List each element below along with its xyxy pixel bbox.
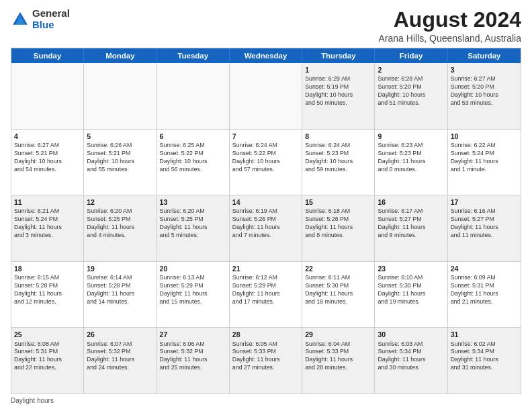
cell-info: Sunrise: 6:03 AMSunset: 5:34 PMDaylight:…: [378, 340, 444, 373]
day-number: 11: [14, 197, 81, 207]
day-number: 28: [232, 330, 299, 339]
cell-info: Sunrise: 6:28 AMSunset: 5:20 PMDaylight:…: [378, 75, 444, 107]
day-number: 24: [451, 264, 518, 273]
day-of-week-wednesday: Wednesday: [230, 48, 302, 63]
cell-info: Sunrise: 6:12 AMSunset: 5:29 PMDaylight:…: [232, 274, 299, 306]
day-number: 12: [87, 197, 153, 207]
day-number: 8: [305, 132, 371, 141]
calendar-cell-31: 31Sunrise: 6:02 AMSunset: 5:34 PMDayligh…: [448, 328, 521, 394]
calendar-cell-4: 4Sunrise: 6:27 AMSunset: 5:21 PMDaylight…: [11, 130, 84, 195]
cell-info: Sunrise: 6:27 AMSunset: 5:21 PMDaylight:…: [14, 142, 81, 174]
calendar-cell-13: 13Sunrise: 6:20 AMSunset: 5:25 PMDayligh…: [157, 195, 230, 261]
title-block: August 2024 Arana Hills, Queensland, Aus…: [379, 8, 521, 44]
cell-info: Sunrise: 6:02 AMSunset: 5:34 PMDaylight:…: [451, 340, 518, 373]
day-number: 3: [451, 65, 518, 75]
cell-info: Sunrise: 6:20 AMSunset: 5:25 PMDaylight:…: [87, 208, 153, 240]
day-number: 19: [87, 264, 153, 273]
calendar-cell-26: 26Sunrise: 6:07 AMSunset: 5:32 PMDayligh…: [84, 328, 157, 394]
cell-info: Sunrise: 6:08 AMSunset: 5:31 PMDaylight:…: [14, 340, 81, 373]
cell-info: Sunrise: 6:11 AMSunset: 5:30 PMDaylight:…: [305, 274, 371, 306]
cell-info: Sunrise: 6:10 AMSunset: 5:30 PMDaylight:…: [378, 274, 444, 306]
cell-info: Sunrise: 6:27 AMSunset: 5:20 PMDaylight:…: [451, 75, 518, 107]
day-number: 27: [160, 330, 226, 339]
cell-info: Sunrise: 6:23 AMSunset: 5:23 PMDaylight:…: [378, 142, 444, 174]
main-title: August 2024: [379, 8, 521, 32]
day-number: 7: [232, 132, 299, 141]
cell-info: Sunrise: 6:29 AMSunset: 5:19 PMDaylight:…: [305, 75, 371, 107]
calendar-cell-23: 23Sunrise: 6:10 AMSunset: 5:30 PMDayligh…: [375, 262, 447, 328]
calendar-cell-empty-3: [230, 63, 302, 129]
calendar-cell-20: 20Sunrise: 6:13 AMSunset: 5:29 PMDayligh…: [157, 262, 230, 328]
calendar-cell-22: 22Sunrise: 6:11 AMSunset: 5:30 PMDayligh…: [302, 262, 375, 328]
logo-blue: Blue: [32, 19, 54, 30]
calendar-cell-15: 15Sunrise: 6:18 AMSunset: 5:26 PMDayligh…: [302, 195, 375, 261]
calendar-cell-3: 3Sunrise: 6:27 AMSunset: 5:20 PMDaylight…: [448, 63, 521, 129]
day-number: 26: [87, 330, 153, 339]
day-of-week-thursday: Thursday: [302, 48, 375, 63]
calendar-cell-28: 28Sunrise: 6:05 AMSunset: 5:33 PMDayligh…: [230, 328, 302, 394]
cell-info: Sunrise: 6:21 AMSunset: 5:24 PMDaylight:…: [14, 208, 81, 240]
cell-info: Sunrise: 6:07 AMSunset: 5:32 PMDaylight:…: [87, 340, 153, 373]
cell-info: Sunrise: 6:19 AMSunset: 5:26 PMDaylight:…: [232, 208, 299, 240]
calendar-week-1: 4Sunrise: 6:27 AMSunset: 5:21 PMDaylight…: [11, 130, 521, 196]
calendar-cell-12: 12Sunrise: 6:20 AMSunset: 5:25 PMDayligh…: [84, 195, 157, 261]
calendar-week-4: 25Sunrise: 6:08 AMSunset: 5:31 PMDayligh…: [11, 328, 521, 394]
day-of-week-monday: Monday: [84, 48, 157, 63]
footer-note: Daylight hours: [11, 397, 521, 404]
cell-info: Sunrise: 6:24 AMSunset: 5:23 PMDaylight:…: [305, 142, 371, 174]
day-number: 10: [451, 132, 518, 141]
calendar-cell-14: 14Sunrise: 6:19 AMSunset: 5:26 PMDayligh…: [230, 195, 302, 261]
calendar-cell-30: 30Sunrise: 6:03 AMSunset: 5:34 PMDayligh…: [375, 328, 447, 394]
cell-info: Sunrise: 6:04 AMSunset: 5:33 PMDaylight:…: [305, 340, 371, 373]
day-number: 5: [87, 132, 153, 141]
day-number: 17: [451, 197, 518, 207]
day-number: 18: [14, 264, 81, 273]
calendar-cell-18: 18Sunrise: 6:15 AMSunset: 5:28 PMDayligh…: [11, 262, 84, 328]
day-of-week-tuesday: Tuesday: [157, 48, 230, 63]
calendar-week-3: 18Sunrise: 6:15 AMSunset: 5:28 PMDayligh…: [11, 262, 521, 328]
calendar-header: SundayMondayTuesdayWednesdayThursdayFrid…: [11, 48, 521, 63]
cell-info: Sunrise: 6:20 AMSunset: 5:25 PMDaylight:…: [160, 208, 226, 240]
calendar-body: 1Sunrise: 6:29 AMSunset: 5:19 PMDaylight…: [11, 63, 521, 394]
cell-info: Sunrise: 6:06 AMSunset: 5:32 PMDaylight:…: [160, 340, 226, 373]
logo-icon: [11, 10, 30, 29]
day-number: 22: [305, 264, 371, 273]
calendar: SundayMondayTuesdayWednesdayThursdayFrid…: [11, 48, 521, 394]
day-number: 9: [378, 132, 444, 141]
day-of-week-sunday: Sunday: [11, 48, 84, 63]
cell-info: Sunrise: 6:26 AMSunset: 5:21 PMDaylight:…: [87, 142, 153, 174]
calendar-cell-6: 6Sunrise: 6:25 AMSunset: 5:22 PMDaylight…: [157, 130, 230, 195]
day-of-week-friday: Friday: [375, 48, 447, 63]
calendar-cell-17: 17Sunrise: 6:16 AMSunset: 5:27 PMDayligh…: [448, 195, 521, 261]
calendar-cell-27: 27Sunrise: 6:06 AMSunset: 5:32 PMDayligh…: [157, 328, 230, 394]
calendar-cell-2: 2Sunrise: 6:28 AMSunset: 5:20 PMDaylight…: [375, 63, 447, 129]
subtitle: Arana Hills, Queensland, Australia: [379, 33, 521, 44]
day-number: 23: [378, 264, 444, 273]
calendar-cell-9: 9Sunrise: 6:23 AMSunset: 5:23 PMDaylight…: [375, 130, 447, 195]
day-number: 13: [160, 197, 226, 207]
calendar-cell-16: 16Sunrise: 6:17 AMSunset: 5:27 PMDayligh…: [375, 195, 447, 261]
calendar-cell-1: 1Sunrise: 6:29 AMSunset: 5:19 PMDaylight…: [302, 63, 375, 129]
logo-text: General Blue: [32, 8, 70, 30]
day-number: 15: [305, 197, 371, 207]
calendar-cell-21: 21Sunrise: 6:12 AMSunset: 5:29 PMDayligh…: [230, 262, 302, 328]
calendar-cell-empty-2: [157, 63, 230, 129]
day-number: 20: [160, 264, 226, 273]
calendar-cell-empty-1: [84, 63, 157, 129]
calendar-cell-5: 5Sunrise: 6:26 AMSunset: 5:21 PMDaylight…: [84, 130, 157, 195]
day-number: 30: [378, 330, 444, 339]
cell-info: Sunrise: 6:18 AMSunset: 5:26 PMDaylight:…: [305, 208, 371, 240]
logo: General Blue: [11, 8, 70, 30]
cell-info: Sunrise: 6:22 AMSunset: 5:24 PMDaylight:…: [451, 142, 518, 174]
calendar-week-0: 1Sunrise: 6:29 AMSunset: 5:19 PMDaylight…: [11, 63, 521, 130]
day-number: 25: [14, 330, 81, 339]
day-number: 31: [451, 330, 518, 339]
cell-info: Sunrise: 6:14 AMSunset: 5:28 PMDaylight:…: [87, 274, 153, 306]
calendar-cell-empty-0: [11, 63, 84, 129]
cell-info: Sunrise: 6:25 AMSunset: 5:22 PMDaylight:…: [160, 142, 226, 174]
cell-info: Sunrise: 6:09 AMSunset: 5:31 PMDaylight:…: [451, 274, 518, 306]
day-number: 2: [378, 65, 444, 75]
calendar-cell-7: 7Sunrise: 6:24 AMSunset: 5:22 PMDaylight…: [230, 130, 302, 195]
day-number: 14: [232, 197, 299, 207]
day-number: 21: [232, 264, 299, 273]
